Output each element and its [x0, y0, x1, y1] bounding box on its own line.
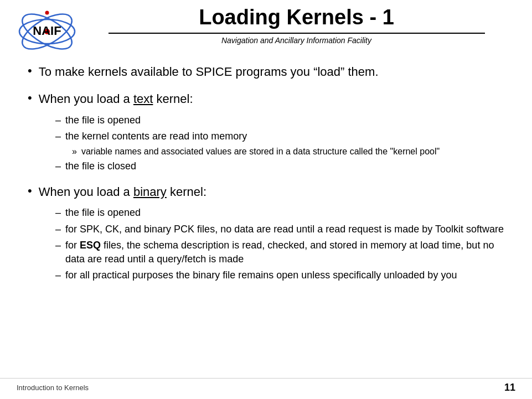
sub-bullet-2-3: – the file is closed [55, 159, 504, 173]
bullet-section-2: • When you load a text kernel: – the fil… [28, 91, 504, 174]
sub-dash-3-3: – [55, 239, 61, 252]
bullet-1-text: To make kernels available to SPICE progr… [39, 64, 379, 81]
bullet-section-1: • To make kernels available to SPICE pro… [28, 64, 504, 81]
slide: NAIF Loading Kernels - 1 Navigation and … [0, 0, 532, 399]
bullet-section-3: • When you load a binary kernel: – the f… [28, 184, 504, 283]
text-keyword: text [133, 92, 153, 106]
sub-bullet-3-1: – the file is opened [55, 206, 504, 220]
header: NAIF Loading Kernels - 1 Navigation and … [0, 0, 532, 53]
sub-dash-2-2: – [55, 129, 61, 143]
footer-page-number: 11 [504, 382, 515, 393]
esq-bold: ESQ [80, 240, 101, 251]
sub-sub-bullets-2: » variable names and associated values a… [72, 146, 504, 158]
sub-bullet-3-1-text: the file is opened [65, 206, 141, 220]
bullet-dot-3: • [28, 183, 32, 200]
subtitle: Navigation and Ancillary Information Fac… [221, 36, 371, 45]
main-bullet-1: • To make kernels available to SPICE pro… [28, 64, 504, 81]
footer: Introduction to Kernels 11 [0, 378, 532, 393]
bullet-dot-1: • [28, 63, 32, 80]
bullet-3-subitems: – the file is opened – for SPK, CK, and … [55, 206, 504, 282]
sub-sub-bullet-2-1: » variable names and associated values a… [72, 146, 504, 158]
footer-left-text: Introduction to Kernels [17, 384, 89, 392]
sub-dash-2-1: – [55, 113, 61, 127]
title-section: Loading Kernels - 1 Navigation and Ancil… [78, 6, 515, 45]
sub-bullet-2-1: – the file is opened [55, 113, 504, 127]
bullet-2-subitems: – the file is opened – the kernel conten… [55, 113, 504, 174]
main-bullet-2: • When you load a text kernel: [28, 91, 504, 108]
binary-keyword: binary [133, 185, 167, 199]
naif-logo: NAIF [17, 8, 78, 53]
sub-sub-marker-2-1: » [72, 146, 77, 158]
sub-bullet-2-2-text: the kernel contents are read into memory [65, 129, 247, 143]
sub-sub-text-2-1: variable names and associated values are… [81, 146, 440, 158]
sub-bullet-2-1-text: the file is opened [65, 113, 141, 127]
sub-dash-3-1: – [55, 206, 61, 220]
sub-bullet-3-2-text: for SPK, CK, and binary PCK files, no da… [65, 222, 504, 236]
bullet-3-text: When you load a binary kernel: [39, 184, 206, 201]
sub-dash-2-3: – [55, 159, 61, 173]
sub-bullet-2-3-text: the file is closed [65, 159, 136, 173]
bullet-2-text: When you load a text kernel: [39, 91, 193, 108]
sub-bullet-3-4: – for all practical purposes the binary … [55, 268, 504, 282]
sub-bullet-3-4-text: for all practical purposes the binary fi… [65, 268, 457, 282]
svg-text:NAIF: NAIF [33, 24, 61, 38]
slide-title: Loading Kernels - 1 [199, 6, 394, 29]
sub-bullet-3-3: – for ESQ files, the schema description … [55, 239, 504, 266]
sub-bullet-3-2: – for SPK, CK, and binary PCK files, no … [55, 222, 504, 236]
main-content: • To make kernels available to SPICE pro… [0, 53, 532, 303]
header-divider [109, 33, 485, 34]
svg-point-4 [45, 11, 49, 15]
sub-dash-3-4: – [55, 268, 61, 282]
sub-dash-3-2: – [55, 222, 61, 236]
bullet-dot-2: • [28, 90, 32, 107]
main-bullet-3: • When you load a binary kernel: [28, 184, 504, 201]
sub-bullet-3-3-text: for ESQ files, the schema description is… [65, 239, 504, 266]
sub-bullet-2-2: – the kernel contents are read into memo… [55, 129, 504, 143]
